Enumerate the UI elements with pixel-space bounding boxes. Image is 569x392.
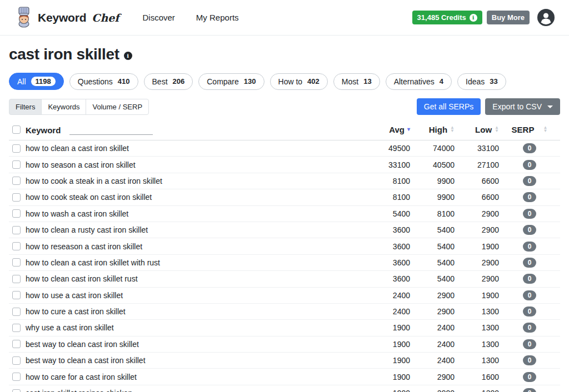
high-cell: 5400 [410, 242, 455, 251]
keyword-cell: best way to clean cast iron skillet [26, 340, 343, 349]
sort-icon[interactable]: ▲▼ [495, 126, 499, 133]
serp-count-badge[interactable]: 0 [523, 306, 537, 316]
low-cell: 6600 [455, 193, 499, 202]
table-body: how to clean a cast iron skillet 49500 7… [9, 140, 560, 392]
serp-count-badge[interactable]: 0 [523, 339, 537, 349]
row-checkbox[interactable] [12, 324, 21, 332]
tab-filters[interactable]: Filters [9, 99, 42, 115]
serp-count-badge[interactable]: 0 [523, 160, 537, 170]
keyword-cell: how to clean a cast iron skillet [26, 144, 343, 153]
row-checkbox[interactable] [12, 373, 21, 381]
row-checkbox[interactable] [12, 209, 21, 218]
serp-count-badge[interactable]: 0 [523, 323, 537, 333]
low-header-label: Low [475, 125, 492, 134]
filter-pill[interactable]: How to 402 [270, 73, 328, 90]
row-checkbox[interactable] [12, 193, 21, 202]
high-column-header[interactable]: High ▲▼ [410, 125, 455, 134]
filter-pill[interactable]: Ideas 33 [457, 73, 506, 90]
low-cell: 1300 [455, 389, 499, 392]
filter-pill-count: 206 [173, 77, 185, 86]
serp-count-badge[interactable]: 0 [523, 290, 537, 300]
keyword-cell: how to cook steak on cast iron skillet [26, 193, 343, 202]
tab-volume-serp[interactable]: Volume / SERP [86, 99, 149, 115]
filter-pill-label: All [17, 77, 26, 86]
low-cell: 6600 [455, 177, 499, 185]
high-cell: 2900 [410, 373, 455, 381]
toolbar-actions: Get all SERPs Export to CSV [417, 98, 560, 115]
serp-count-badge[interactable]: 0 [523, 143, 537, 153]
credits-label: 31,485 Credits [417, 13, 466, 22]
serp-count-badge[interactable]: 0 [523, 372, 537, 382]
filter-pill-count: 1198 [31, 77, 56, 86]
serp-column-header[interactable]: SERP ▲▼ [499, 125, 560, 134]
user-avatar[interactable] [537, 9, 555, 26]
avg-cell: 3600 [343, 274, 410, 283]
row-checkbox[interactable] [12, 226, 21, 234]
filter-pill[interactable]: All 1198 [9, 73, 64, 90]
title-info-icon[interactable]: i [124, 52, 132, 60]
avg-cell: 8100 [343, 193, 410, 202]
row-checkbox[interactable] [12, 275, 21, 283]
high-cell: 2900 [410, 291, 455, 300]
serp-count-badge[interactable]: 0 [523, 258, 537, 268]
filter-pill[interactable]: Best 206 [144, 73, 193, 90]
serp-count-badge[interactable]: 0 [523, 225, 537, 235]
keyword-cell: how to clean cast iron skillet rust [26, 274, 343, 283]
brand-name-script: Chef [92, 12, 119, 24]
nav-my-reports[interactable]: My Reports [196, 13, 239, 22]
keyword-cell: how to reseason a cast iron skillet [26, 242, 343, 251]
brand-logo[interactable]: Keyword Chef [14, 6, 119, 30]
keyword-filter-input[interactable] [69, 124, 153, 135]
filter-pill-count: 4 [440, 77, 443, 86]
avg-column-header[interactable]: Avg ▾ [343, 125, 410, 134]
filter-pill[interactable]: Questions 410 [69, 73, 138, 90]
serp-count-badge[interactable]: 0 [523, 176, 537, 186]
select-all-checkbox[interactable] [12, 125, 21, 134]
avg-cell: 1900 [343, 373, 410, 381]
serp-count-badge[interactable]: 0 [523, 209, 537, 219]
sort-icon[interactable]: ▲▼ [450, 126, 455, 133]
row-checkbox[interactable] [12, 160, 21, 169]
avg-cell: 1900 [343, 389, 410, 392]
row-checkbox[interactable] [12, 291, 21, 299]
row-checkbox[interactable] [12, 356, 21, 365]
keyword-header-label[interactable]: Keyword [26, 125, 61, 135]
sort-icon[interactable]: ▲▼ [543, 126, 547, 133]
row-checkbox[interactable] [12, 242, 21, 250]
high-cell: 5400 [410, 258, 455, 267]
filter-pill-count: 402 [307, 77, 320, 86]
serp-count-badge[interactable]: 0 [523, 192, 537, 202]
serp-count-badge[interactable]: 0 [523, 242, 537, 252]
get-all-serps-button[interactable]: Get all SERPs [417, 98, 481, 115]
filter-pill[interactable]: Alternatives 4 [386, 73, 452, 90]
page-title-row: cast iron skillet i [9, 46, 560, 63]
avg-cell: 49500 [343, 144, 410, 153]
avg-cell: 8100 [343, 177, 410, 185]
row-checkbox[interactable] [12, 340, 21, 348]
buy-more-button[interactable]: Buy More [487, 11, 530, 24]
low-cell: 1900 [455, 242, 499, 251]
nav-discover[interactable]: Discover [143, 13, 175, 22]
low-cell: 1300 [455, 340, 499, 349]
page-title: cast iron skillet [9, 46, 119, 63]
row-checkbox[interactable] [12, 177, 21, 185]
table-row: how to season a cast iron skillet 33100 … [9, 157, 560, 173]
serp-count-badge[interactable]: 0 [523, 355, 537, 365]
table-row: how to clean a rusty cast iron skillet 3… [9, 222, 560, 238]
filter-pill[interactable]: Compare 130 [198, 73, 264, 90]
export-csv-button[interactable]: Export to CSV [485, 98, 560, 115]
table-row: best way to clean cast iron skillet 1900… [9, 336, 560, 353]
serp-count-badge[interactable]: 0 [523, 388, 537, 392]
keyword-cell: cast iron skillet recipes chicken [26, 389, 343, 392]
filter-pill[interactable]: Most 13 [333, 73, 380, 90]
low-column-header[interactable]: Low ▲▼ [455, 125, 499, 134]
credits-info-icon[interactable]: i [470, 14, 477, 22]
serp-count-badge[interactable]: 0 [523, 274, 537, 284]
keyword-cell: why use a cast iron skillet [26, 323, 343, 332]
row-checkbox[interactable] [12, 389, 21, 392]
row-checkbox[interactable] [12, 308, 21, 316]
row-checkbox[interactable] [12, 144, 21, 153]
keyword-cell: how to cure a cast iron skillet [26, 307, 343, 316]
row-checkbox[interactable] [12, 258, 21, 267]
tab-keywords[interactable]: Keywords [41, 99, 86, 115]
